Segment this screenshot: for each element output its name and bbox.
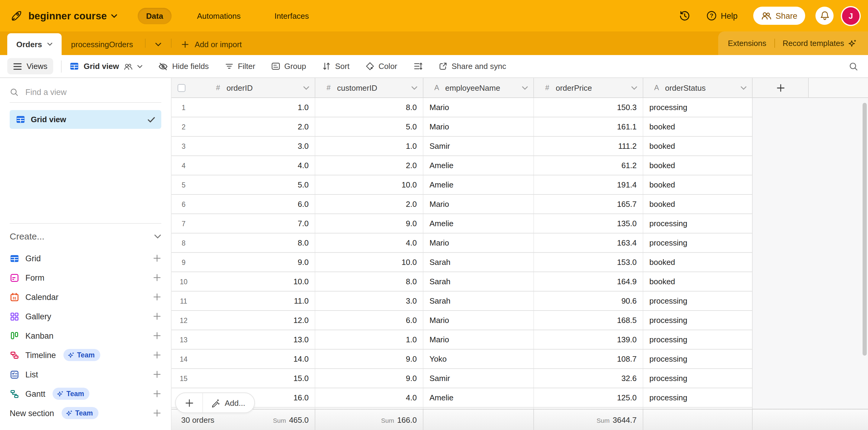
cell-employeeName[interactable]: Amelie [424, 214, 534, 233]
create-item-gallery[interactable]: Gallery [0, 307, 171, 326]
cell-orderPrice[interactable]: 191.4 [534, 175, 643, 194]
plus-icon[interactable] [153, 274, 161, 282]
cell-employeeName[interactable]: Amelie [424, 156, 534, 175]
cell-orderID[interactable]: 88.0 [172, 233, 315, 252]
cell-orderStatus[interactable]: booked [643, 175, 753, 194]
table-row[interactable]: 77.09.0Amelie135.0processing [172, 214, 753, 233]
table-row[interactable]: 1616.04.0Amelie125.0processing [172, 388, 753, 408]
plus-icon[interactable] [153, 312, 161, 320]
views-button[interactable]: Views [7, 58, 54, 75]
summary-cell-orderStatus[interactable] [643, 409, 753, 430]
grid-view-switcher[interactable]: Grid view [70, 62, 143, 71]
cell-orderStatus[interactable]: processing [643, 233, 753, 252]
add-record-plus[interactable] [176, 393, 203, 412]
tab-processing-orders[interactable]: processingOrders [61, 33, 143, 55]
create-item-gantt[interactable]: Gantt Team [0, 384, 171, 403]
cell-orderStatus[interactable]: booked [643, 156, 753, 175]
plus-icon[interactable] [153, 390, 161, 398]
create-item-kanban[interactable]: Kanban [0, 326, 171, 345]
record-templates-button[interactable]: Record templates [782, 39, 857, 48]
add-with-ai-button[interactable]: Add... [203, 393, 254, 412]
nav-tab-interfaces[interactable]: Interfaces [266, 7, 317, 24]
table-row[interactable]: 11.08.0Mario150.3processing [172, 98, 753, 117]
cell-employeeName[interactable]: Yoko [424, 349, 534, 368]
cell-customerID[interactable]: 3.0 [315, 291, 424, 310]
cell-employeeName[interactable]: Mario [424, 311, 534, 329]
cell-customerID[interactable]: 2.0 [315, 195, 424, 213]
chevron-down-icon[interactable] [741, 86, 747, 90]
sidebar-view-grid-view[interactable]: Grid view [10, 110, 161, 129]
sort-button[interactable]: Sort [322, 62, 349, 71]
cell-orderPrice[interactable]: 111.2 [534, 137, 643, 155]
nav-tab-automations[interactable]: Automations [188, 7, 249, 24]
cell-orderPrice[interactable]: 125.0 [534, 388, 643, 407]
column-header-employeeName[interactable]: A employeeName [424, 78, 534, 97]
cell-orderPrice[interactable]: 135.0 [534, 214, 643, 233]
cell-employeeName[interactable]: Sarah [424, 253, 534, 271]
extensions-button[interactable]: Extensions [728, 39, 766, 48]
table-row[interactable]: 1212.06.0Mario168.5processing [172, 311, 753, 330]
add-or-import-button[interactable]: Add or import [174, 33, 249, 55]
cell-orderPrice[interactable]: 90.6 [534, 291, 643, 310]
create-item-timeline[interactable]: Timeline Team [0, 345, 171, 365]
column-header-orderStatus[interactable]: A orderStatus [643, 78, 753, 97]
cell-employeeName[interactable]: Amelie [424, 175, 534, 194]
cell-orderPrice[interactable]: 163.4 [534, 233, 643, 252]
cell-orderID[interactable]: 1212.0 [172, 311, 315, 329]
cell-orderPrice[interactable]: 164.9 [534, 272, 643, 291]
cell-employeeName[interactable]: Sarah [424, 272, 534, 291]
cell-orderPrice[interactable]: 168.5 [534, 311, 643, 329]
column-header-orderPrice[interactable]: # orderPrice [534, 78, 643, 97]
table-row[interactable]: 66.02.0Mario165.7booked [172, 195, 753, 214]
plus-icon[interactable] [153, 293, 161, 301]
share-and-sync-button[interactable]: Share and sync [438, 62, 506, 71]
filter-button[interactable]: Filter [224, 62, 255, 71]
nav-tab-data[interactable]: Data [138, 7, 172, 24]
cell-orderStatus[interactable]: booked [643, 117, 753, 136]
cell-orderID[interactable]: 1111.0 [172, 291, 315, 310]
cell-orderID[interactable]: 1010.0 [172, 272, 315, 291]
cell-employeeName[interactable]: Samir [424, 369, 534, 388]
select-all-checkbox[interactable] [178, 84, 185, 92]
share-button[interactable]: Share [753, 7, 805, 25]
help-button[interactable]: ? Help [706, 10, 738, 21]
cell-customerID[interactable]: 9.0 [315, 214, 424, 233]
chevron-down-icon[interactable] [411, 86, 417, 90]
add-field-button[interactable] [753, 78, 809, 97]
cell-orderID[interactable]: 22.0 [172, 117, 315, 136]
cell-orderStatus[interactable]: processing [643, 98, 753, 117]
cell-orderPrice[interactable]: 153.0 [534, 253, 643, 271]
table-row[interactable]: 1313.01.0Mario139.0processing [172, 330, 753, 349]
cell-orderStatus[interactable]: processing [643, 291, 753, 310]
cell-customerID[interactable]: 9.0 [315, 369, 424, 388]
cell-orderStatus[interactable]: processing [643, 369, 753, 388]
plus-icon[interactable] [153, 370, 161, 379]
hide-fields-button[interactable]: Hide fields [158, 61, 209, 71]
cell-orderID[interactable]: 77.0 [172, 214, 315, 233]
cell-customerID[interactable]: 4.0 [315, 388, 424, 407]
cell-employeeName[interactable]: Samir [424, 137, 534, 155]
cell-orderID[interactable]: 33.0 [172, 137, 315, 155]
summary-cell-employeeName[interactable] [424, 409, 534, 430]
color-button[interactable]: Color [365, 62, 397, 71]
table-row[interactable]: 1414.09.0Yoko108.7processing [172, 349, 753, 369]
group-button[interactable]: Group [271, 62, 306, 71]
cell-orderPrice[interactable]: 150.3 [534, 98, 643, 117]
cell-orderPrice[interactable]: 139.0 [534, 330, 643, 349]
tables-dropdown-button[interactable] [148, 33, 169, 55]
cell-customerID[interactable]: 4.0 [315, 233, 424, 252]
chevron-down-icon[interactable] [111, 13, 117, 18]
cell-employeeName[interactable]: Amelie [424, 388, 534, 407]
summary-cell-orderPrice[interactable]: Sum 3644.7 [534, 409, 643, 430]
rocket-logo-icon[interactable] [10, 9, 23, 22]
cell-orderPrice[interactable]: 165.7 [534, 195, 643, 213]
cell-orderStatus[interactable]: booked [643, 253, 753, 271]
table-row[interactable]: 99.010.0Sarah153.0booked [172, 253, 753, 272]
table-row[interactable]: 44.02.0Amelie61.2booked [172, 156, 753, 175]
summary-cell-customerID[interactable]: Sum 166.0 [315, 409, 424, 430]
plus-icon[interactable] [153, 332, 161, 340]
cell-customerID[interactable]: 8.0 [315, 98, 424, 117]
user-avatar[interactable]: J [842, 7, 860, 25]
tab-orders[interactable]: Orders [7, 33, 61, 55]
chevron-down-icon[interactable] [522, 86, 528, 90]
